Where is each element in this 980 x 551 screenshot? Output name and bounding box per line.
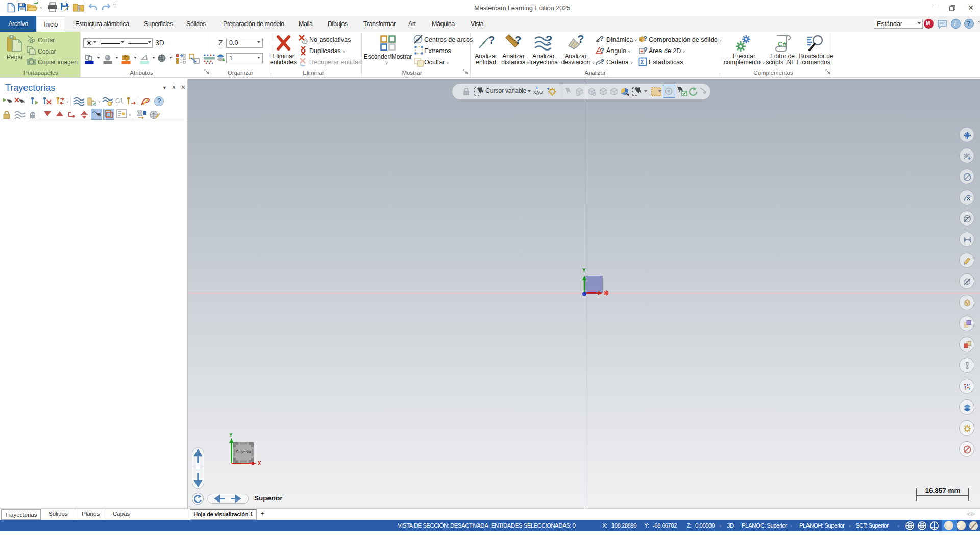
- svg-text:Σ: Σ: [641, 59, 644, 66]
- svg-text:?: ?: [514, 34, 521, 46]
- svg-text:?: ?: [488, 35, 495, 46]
- svg-text:?: ?: [546, 35, 552, 46]
- svg-text:Y: Y: [229, 432, 233, 438]
- svg-text:?: ?: [643, 35, 647, 42]
- svg-text:?: ?: [600, 35, 604, 42]
- svg-text:C#: C#: [778, 40, 787, 48]
- svg-text:X: X: [258, 461, 261, 466]
- svg-text:Y: Y: [582, 268, 586, 273]
- svg-text:?: ?: [644, 46, 648, 54]
- svg-text:?: ?: [600, 58, 604, 65]
- svg-text:?: ?: [577, 35, 584, 45]
- svg-text:?: ?: [600, 46, 604, 54]
